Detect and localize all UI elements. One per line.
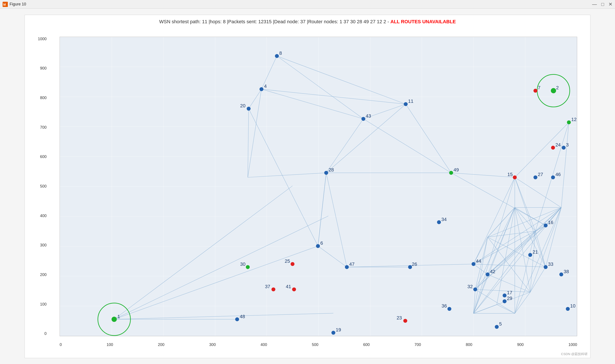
svg-line-4 (114, 246, 318, 319)
svg-line-23 (248, 173, 326, 177)
svg-line-13 (248, 109, 249, 177)
svg-point-131 (472, 262, 475, 266)
svg-line-34 (474, 207, 561, 264)
svg-text:26: 26 (412, 261, 417, 267)
svg-point-191 (331, 331, 335, 335)
svg-text:32: 32 (467, 284, 473, 289)
svg-point-101 (567, 120, 571, 124)
svg-text:29: 29 (507, 296, 512, 301)
svg-line-16 (363, 104, 406, 119)
svg-point-137 (533, 175, 537, 179)
svg-line-31 (474, 177, 515, 264)
svg-line-12 (277, 56, 406, 104)
svg-point-113 (247, 107, 251, 111)
svg-text:12: 12 (571, 117, 576, 122)
svg-point-169 (403, 319, 407, 323)
svg-point-165 (271, 287, 275, 291)
svg-text:24: 24 (555, 142, 560, 147)
svg-point-145 (528, 253, 532, 257)
x-axis-labels: 0 100 200 300 400 500 600 700 800 900 10… (60, 340, 577, 349)
svg-line-22 (451, 173, 545, 225)
svg-text:2: 2 (556, 85, 559, 91)
svg-point-123 (316, 244, 320, 248)
svg-line-18 (326, 119, 363, 172)
svg-line-28 (318, 173, 326, 246)
svg-line-84 (475, 289, 530, 292)
svg-point-139 (551, 146, 555, 150)
minimize-button[interactable]: — (592, 1, 597, 7)
svg-point-97 (551, 88, 556, 93)
svg-line-14 (249, 89, 262, 109)
network-graph-svg: .edge { stroke: #87afd4; stroke-width: 1… (60, 37, 577, 336)
svg-point-163 (291, 262, 294, 266)
svg-text:11: 11 (408, 98, 413, 104)
svg-text:10: 10 (570, 303, 575, 309)
plot-area: .edge { stroke: #87afd4; stroke-width: 1… (60, 37, 577, 336)
svg-line-70 (515, 292, 530, 313)
svg-point-149 (559, 272, 563, 276)
close-button[interactable]: ✕ (608, 1, 612, 7)
svg-line-15 (249, 109, 318, 246)
svg-point-171 (473, 287, 477, 291)
window-title: Figure 10 (10, 2, 26, 7)
svg-line-67 (515, 231, 535, 313)
watermark: CSDN @菇技科研 (561, 352, 587, 356)
svg-text:17: 17 (507, 290, 512, 295)
svg-point-115 (362, 117, 365, 121)
svg-point-95 (235, 317, 239, 321)
svg-text:49: 49 (454, 167, 459, 172)
svg-point-99 (533, 89, 537, 92)
svg-line-7 (261, 56, 277, 89)
svg-line-36 (515, 177, 535, 231)
svg-line-17 (363, 119, 451, 172)
svg-line-61 (474, 207, 561, 313)
svg-text:4: 4 (264, 83, 266, 89)
svg-point-133 (486, 272, 490, 276)
titlebar-left: M Figure 10 (3, 2, 26, 7)
titlebar-controls: — □ ✕ (592, 1, 612, 7)
svg-point-117 (404, 102, 408, 106)
svg-point-119 (449, 171, 453, 175)
svg-text:20: 20 (240, 103, 245, 108)
svg-line-32 (474, 237, 488, 264)
svg-line-39 (515, 122, 569, 177)
svg-point-161 (246, 265, 250, 269)
svg-text:3: 3 (566, 142, 569, 147)
maximize-button[interactable]: □ (601, 1, 604, 7)
svg-line-44 (535, 231, 545, 267)
svg-point-135 (513, 175, 517, 179)
titlebar: M Figure 10 — □ ✕ (0, 0, 615, 9)
svg-text:34: 34 (441, 216, 447, 222)
svg-point-173 (447, 307, 451, 311)
svg-line-21 (451, 173, 515, 177)
svg-line-52 (515, 177, 561, 208)
svg-text:19: 19 (336, 327, 341, 333)
svg-point-177 (503, 299, 507, 303)
svg-line-11 (277, 56, 363, 119)
svg-line-8 (261, 89, 406, 104)
svg-point-121 (324, 171, 328, 175)
svg-text:44: 44 (476, 258, 481, 264)
svg-text:8: 8 (279, 50, 282, 56)
svg-line-83 (475, 207, 561, 289)
svg-text:30: 30 (240, 261, 245, 267)
svg-point-147 (544, 265, 547, 269)
svg-text:25: 25 (285, 258, 290, 264)
svg-text:27: 27 (538, 172, 543, 177)
svg-line-3 (114, 313, 333, 319)
svg-line-56 (515, 207, 530, 292)
svg-line-64 (474, 237, 488, 313)
svg-line-6 (114, 186, 293, 319)
svg-line-26 (326, 173, 347, 267)
svg-point-175 (503, 293, 507, 297)
svg-line-82 (475, 207, 515, 289)
matlab-icon: M (3, 2, 8, 7)
svg-point-143 (544, 223, 547, 227)
svg-line-60 (474, 207, 515, 313)
plot-container: WSN shortest path: 11 |hops: 8 |Packets … (25, 15, 590, 358)
svg-point-111 (275, 54, 279, 58)
svg-line-89 (497, 304, 515, 313)
svg-line-19 (406, 104, 451, 173)
svg-line-20 (326, 104, 406, 173)
svg-text:41: 41 (286, 284, 291, 289)
